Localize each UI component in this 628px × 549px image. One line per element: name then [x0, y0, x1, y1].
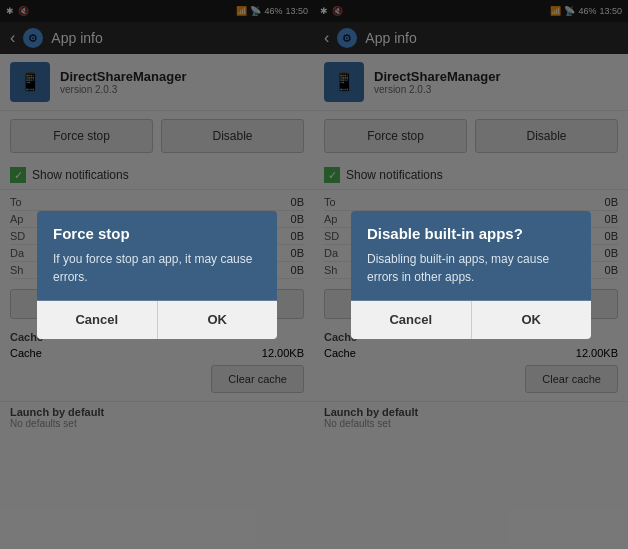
dialog-buttons-right: Cancel OK — [351, 300, 591, 339]
right-panel: ✱ 🔇 📶 📡 46% 13:50 ‹ ⚙ App info 📱 DirectS… — [314, 0, 628, 549]
dialog-title-left: Force stop — [37, 211, 277, 250]
disable-dialog: Disable built-in apps? Disabling built-i… — [351, 211, 591, 339]
left-panel: ✱ 🔇 📶 📡 46% 13:50 ‹ ⚙ App info 📱 DirectS… — [0, 0, 314, 549]
dialog-cancel-left[interactable]: Cancel — [37, 301, 158, 339]
dialog-body-right: Disabling built-in apps, may cause error… — [351, 250, 591, 300]
dialog-ok-left[interactable]: OK — [158, 301, 278, 339]
dialog-ok-right[interactable]: OK — [472, 301, 592, 339]
dialog-title-right: Disable built-in apps? — [351, 211, 591, 250]
dialog-buttons-left: Cancel OK — [37, 300, 277, 339]
dialog-overlay-left: Force stop If you force stop an app, it … — [0, 0, 314, 549]
dialog-overlay-right: Disable built-in apps? Disabling built-i… — [314, 0, 628, 549]
dialog-body-left: If you force stop an app, it may cause e… — [37, 250, 277, 300]
dialog-cancel-right[interactable]: Cancel — [351, 301, 472, 339]
force-stop-dialog: Force stop If you force stop an app, it … — [37, 211, 277, 339]
